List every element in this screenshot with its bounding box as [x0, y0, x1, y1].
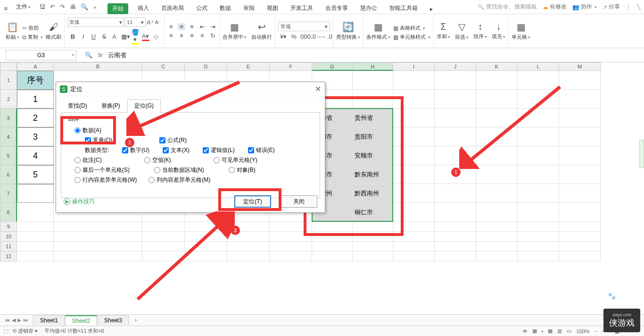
locate-button[interactable]: 定位(T) [234, 195, 271, 208]
undo-label[interactable]: ⟲ 进销存 ▾ [12, 328, 38, 335]
cell-A12[interactable] [17, 252, 54, 261]
tips-link[interactable]: 操作技巧 [64, 198, 95, 206]
align-top-icon[interactable]: ≡ [167, 23, 175, 30]
sheet-tab-3[interactable]: Sheet3 [97, 315, 129, 325]
cell-H12[interactable] [353, 252, 393, 261]
add-sheet-icon[interactable]: ＋ [129, 315, 142, 326]
changes-link[interactable]: 有修改 [543, 3, 567, 11]
col-header-I[interactable]: I [393, 62, 435, 71]
align-center-icon[interactable]: ≡ [178, 32, 185, 39]
col-header-F[interactable]: F [270, 62, 312, 71]
row-header-1[interactable]: 1 [0, 71, 17, 90]
expand-icon[interactable]: ╲ [637, 4, 640, 10]
share-link[interactable]: 分享 [603, 3, 620, 11]
cell-J11[interactable] [435, 242, 476, 252]
col-header-B[interactable]: B [54, 62, 142, 71]
cell-A11[interactable] [17, 242, 54, 252]
cell-I11[interactable] [393, 242, 435, 252]
select-all-corner[interactable] [0, 62, 17, 71]
cell-A7[interactable] [17, 184, 54, 203]
cell-H8[interactable]: 铜仁市 [353, 203, 393, 222]
cell-K2[interactable] [476, 90, 518, 109]
row-header-4[interactable]: 4 [0, 127, 17, 146]
eye-icon[interactable]: 👁 [522, 328, 528, 334]
cell-K3[interactable] [476, 109, 518, 127]
typography-icon[interactable]: A [111, 33, 118, 40]
cell-B9[interactable] [54, 222, 142, 232]
tab-goto[interactable]: 定位(G) [127, 99, 161, 113]
cell-H11[interactable] [353, 242, 393, 252]
cell-I8[interactable] [393, 203, 435, 222]
search-input[interactable]: 查找命令、搜索模板 [478, 3, 537, 11]
row-header-8[interactable]: 8 [0, 203, 17, 222]
col-header-M[interactable]: M [559, 62, 601, 71]
cell-L5[interactable] [518, 146, 559, 165]
type-convert-button[interactable]: 🔄类型转换 [336, 21, 360, 41]
cell-A8[interactable] [17, 203, 54, 222]
italic-icon[interactable]: I [80, 33, 87, 40]
sheet-last-icon[interactable]: ⏭ [23, 317, 28, 323]
check-formula[interactable]: 公式(R) [159, 136, 187, 144]
cell-M5[interactable] [559, 146, 601, 165]
cell-M10[interactable] [559, 232, 601, 242]
radio-col-diff[interactable]: 列内容差异单元格(M) [149, 176, 210, 184]
cell-D10[interactable] [185, 232, 227, 242]
cell-C12[interactable] [142, 252, 185, 261]
cell-I2[interactable] [393, 90, 435, 109]
inc-decimal-icon[interactable]: .0→ [311, 33, 318, 40]
cell-I7[interactable] [393, 184, 435, 203]
tab-replace[interactable]: 替换(P) [94, 99, 127, 113]
cell-I12[interactable] [393, 252, 435, 261]
orientation-icon[interactable]: ↻ [209, 32, 216, 39]
cell-K5[interactable] [476, 146, 518, 165]
tab-insert[interactable]: 插入 [135, 2, 152, 14]
tab-view[interactable]: 视图 [264, 2, 281, 14]
cell-J10[interactable] [435, 232, 476, 242]
cell-L3[interactable] [518, 109, 559, 127]
row-header-2[interactable]: 2 [0, 90, 17, 109]
tab-formula[interactable]: 公式 [193, 2, 210, 14]
view2-icon[interactable]: ▥ [557, 328, 562, 334]
radio-blank[interactable]: 空值(K) [144, 156, 171, 164]
cell-K8[interactable] [476, 203, 518, 222]
cell-E12[interactable] [227, 252, 270, 261]
cell-L12[interactable] [518, 252, 559, 261]
cell-G9[interactable] [312, 222, 353, 232]
cell-I1[interactable] [393, 71, 435, 90]
fx-label[interactable]: fx [98, 52, 102, 59]
cell-H5[interactable]: 安顺市 [353, 146, 393, 165]
row-header-6[interactable]: 6 [0, 165, 17, 184]
cell-L6[interactable] [518, 165, 559, 184]
cell-C9[interactable] [142, 222, 185, 232]
cell-M12[interactable] [559, 252, 601, 261]
cond-format-button[interactable]: ▦条件格式 [366, 21, 390, 41]
cell-I4[interactable] [393, 127, 435, 146]
cell-A4[interactable]: 3 [17, 127, 54, 146]
cell-J7[interactable] [435, 184, 476, 203]
cell-L1[interactable] [518, 71, 559, 90]
cell-K10[interactable] [476, 232, 518, 242]
coop-link[interactable]: 协作 [572, 3, 597, 11]
zoom-in-icon[interactable]: ＋ [635, 328, 640, 335]
currency-icon[interactable]: ¥▾ [280, 33, 287, 40]
formula-input[interactable]: 云南省 [106, 51, 644, 59]
tab-layout[interactable]: 页面布局 [158, 2, 187, 14]
cell-H10[interactable] [353, 232, 393, 242]
tab-more-icon[interactable]: ▸ [427, 4, 436, 14]
cell-L9[interactable] [518, 222, 559, 232]
col-header-J[interactable]: J [435, 62, 476, 71]
radio-object[interactable]: 对象(B) [229, 166, 256, 174]
cell-M2[interactable] [559, 90, 601, 109]
cell-J3[interactable] [435, 109, 476, 127]
cell-H9[interactable] [353, 222, 393, 232]
cell-M6[interactable] [559, 165, 601, 184]
view3-icon[interactable]: ▭ [567, 328, 571, 334]
format-painter-button[interactable]: 🖌格式刷 [46, 22, 61, 41]
col-header-G[interactable]: G [312, 62, 353, 71]
clear-format-icon[interactable]: ◇ [152, 33, 160, 40]
justify-icon[interactable]: ≡ [198, 32, 206, 39]
cell-M7[interactable] [559, 184, 601, 203]
indent-inc-icon[interactable]: ⇥ [209, 23, 216, 30]
cell-I6[interactable] [393, 165, 435, 184]
radio-last[interactable]: 最后一个单元格(S) [74, 166, 130, 174]
